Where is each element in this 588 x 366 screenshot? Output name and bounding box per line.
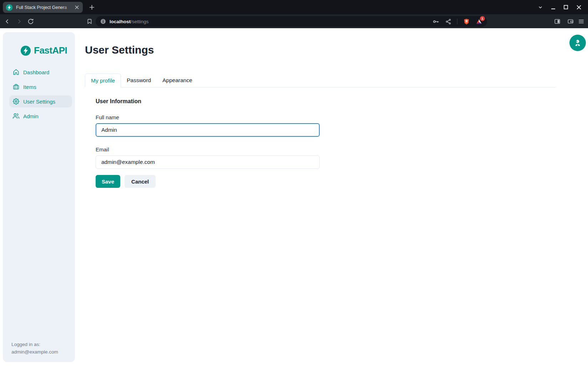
wallet-icon[interactable] xyxy=(566,17,575,26)
tab-my-profile[interactable]: My profile xyxy=(85,74,121,87)
menu-hamburger-icon[interactable] xyxy=(577,17,586,26)
tab-close-icon[interactable] xyxy=(74,4,80,11)
sidebar-item-label: Admin xyxy=(23,113,39,119)
fastapi-logo-icon xyxy=(21,46,31,56)
full-name-label: Full name xyxy=(96,114,320,120)
sidebar-item-dashboard[interactable]: Dashboard xyxy=(9,66,72,78)
sidebar-nav: Dashboard Items User Settings Admin xyxy=(3,66,75,122)
logged-in-as-label: Logged in as: xyxy=(11,341,58,348)
maximize-button[interactable] xyxy=(559,0,572,14)
sidebar-toggle-icon[interactable] xyxy=(553,17,562,26)
address-bar[interactable]: localhost/settings xyxy=(96,16,487,27)
bookmark-icon[interactable] xyxy=(85,17,94,26)
share-icon[interactable] xyxy=(445,18,452,25)
minimize-button[interactable] xyxy=(547,0,559,14)
sidebar: FastAPI Dashboard Items User Settings xyxy=(3,32,75,362)
browser-tab[interactable]: Full Stack Project Genera xyxy=(3,2,83,13)
email-label: Email xyxy=(96,146,320,152)
app-viewport: FastAPI Dashboard Items User Settings xyxy=(0,28,588,366)
forward-button[interactable] xyxy=(14,17,24,26)
briefcase-icon xyxy=(13,84,19,90)
form-actions: Save Cancel xyxy=(96,175,320,188)
tab-search-chevron-icon[interactable] xyxy=(534,0,547,14)
site-info-icon[interactable] xyxy=(100,19,106,24)
rewards-badge: 1 xyxy=(480,16,485,21)
cancel-button[interactable]: Cancel xyxy=(125,175,156,188)
section-title: User Information xyxy=(96,98,320,105)
back-button[interactable] xyxy=(3,17,12,26)
my-profile-panel: User Information Full name Email Save Ca… xyxy=(96,98,320,188)
fastapi-logo: FastAPI xyxy=(21,45,75,56)
sidebar-item-user-settings[interactable]: User Settings xyxy=(9,95,72,107)
users-icon xyxy=(13,113,19,119)
toolbar-divider xyxy=(457,19,457,24)
settings-tabs: My profile Password Appearance xyxy=(85,74,555,87)
url-text: localhost/settings xyxy=(110,19,149,24)
url-host: localhost xyxy=(110,19,131,24)
fastapi-favicon-icon xyxy=(6,4,13,11)
user-menu-button[interactable] xyxy=(569,35,586,51)
logged-in-info: Logged in as: admin@example.com xyxy=(11,341,58,356)
save-button[interactable]: Save xyxy=(96,175,120,188)
sidebar-item-label: Items xyxy=(23,84,36,90)
brave-shield-icon[interactable] xyxy=(463,18,470,25)
tab-password[interactable]: Password xyxy=(121,74,157,87)
tab-title: Full Stack Project Genera xyxy=(16,5,72,10)
logo-text: FastAPI xyxy=(34,45,67,56)
logged-in-email: admin@example.com xyxy=(11,348,58,356)
close-button[interactable] xyxy=(572,0,585,14)
sidebar-item-label: User Settings xyxy=(23,99,55,105)
page-title: User Settings xyxy=(85,44,154,56)
window-controls xyxy=(534,0,585,14)
tab-appearance[interactable]: Appearance xyxy=(157,74,198,87)
sidebar-item-label: Dashboard xyxy=(23,69,49,75)
gear-icon xyxy=(13,98,19,105)
sidebar-item-items[interactable]: Items xyxy=(9,81,72,93)
sidebar-item-admin[interactable]: Admin xyxy=(9,110,72,122)
brave-rewards-icon[interactable]: 1 xyxy=(475,18,482,25)
home-icon xyxy=(13,69,19,75)
window-titlebar: Full Stack Project Genera xyxy=(0,0,588,14)
full-name-input[interactable] xyxy=(96,123,320,137)
new-tab-button[interactable] xyxy=(88,3,96,11)
password-key-icon[interactable] xyxy=(432,18,439,25)
email-input[interactable] xyxy=(96,155,320,169)
url-path: /settings xyxy=(131,19,148,24)
user-icon xyxy=(573,39,582,47)
reload-button[interactable] xyxy=(26,17,35,26)
browser-toolbar: localhost/settings xyxy=(0,14,588,28)
